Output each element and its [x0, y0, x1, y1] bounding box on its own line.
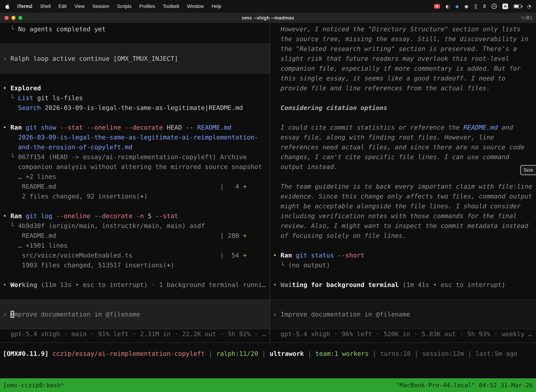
terminal-line: of focusing solely on file lines. — [270, 231, 536, 241]
terminal-line: • Ran git show --stat --oneline --decora… — [0, 123, 270, 132]
apps-grid-icon[interactable]: ⣿ — [474, 4, 478, 9]
waiting-status-line: • Waiting for background terminal (1m 41… — [270, 280, 536, 290]
terminal-line — [270, 241, 536, 250]
model-status-line: gpt-5.4 xhigh · main · 91% left · 2.31M … — [0, 329, 270, 339]
terminal-line — [0, 270, 270, 280]
terminal-line: src/voice/voiceModeEnabled.ts | 54 + — [0, 250, 270, 260]
apple-icon[interactable] — [5, 4, 10, 9]
terminal-line — [270, 290, 536, 300]
terminal-line: • Ran git status --short — [270, 250, 536, 260]
terminal-line: essay file, along with finding root file… — [270, 132, 536, 142]
terminal-line: 2 files changed, 92 insertions(+) — [0, 191, 270, 201]
terminal-line: • Ran git log --oneline --decorate -n 5 … — [0, 211, 270, 221]
terminal-window: └ No agents completed yet› Ralph loop ac… — [0, 23, 536, 392]
menu-item-view[interactable]: View — [74, 4, 85, 9]
shield-icon[interactable]: ◆ — [455, 4, 459, 9]
terminal-line — [270, 93, 536, 103]
terminal-line: └ List git ls-files — [0, 93, 270, 103]
model-status-line: gpt-5.4 xhigh · 96% left · 520K in · 5.8… — [270, 329, 536, 339]
terminal-line: └ No agents completed yet — [0, 24, 270, 34]
terminal-line — [0, 64, 270, 73]
right-agent-pane[interactable]: However, I noticed the "Directory Struct… — [270, 23, 536, 342]
terminal-line: provide file and line references from th… — [270, 83, 536, 93]
terminal-line: However, I noticed the "Directory Struct… — [270, 24, 536, 34]
menu-extra-icon[interactable]: ◔ — [527, 4, 531, 9]
prompt-input[interactable] — [270, 300, 536, 309]
terminal-line: changes, I can't cite specific file line… — [270, 152, 536, 162]
menu-items: iTerm2ShellEditViewSessionScriptsProfile… — [5, 4, 221, 9]
terminal-line: review. Also, I might want to inspect th… — [270, 221, 536, 231]
tmux-status-bar: [omx-cczip0:bash* "MacBook-Pro-44.local"… — [0, 378, 536, 392]
macos-menu-bar: iTerm2ShellEditViewSessionScriptsProfile… — [0, 0, 536, 13]
terminal-line: The team guideline is to back every impo… — [270, 182, 536, 191]
terminal-line — [0, 44, 270, 54]
terminal-line: and-the-erosion-of-copyleft.md — [0, 142, 270, 152]
terminal-line — [0, 290, 270, 300]
input-source-icon[interactable]: A — [502, 4, 508, 9]
terminal-line: └ (no output) — [270, 260, 536, 270]
menu-item-scripts[interactable]: Scripts — [117, 4, 132, 9]
prompt-input[interactable]: › Improve documentation in @filename — [0, 309, 270, 319]
terminal-line: this single essay, it seems like a good … — [270, 73, 536, 83]
menu-item-window[interactable]: Window — [187, 4, 204, 9]
terminal-line: evidence. Since this change only affects… — [270, 191, 536, 201]
terminal-line: companion file, especially if more comme… — [270, 64, 536, 73]
terminal-line: README.md | 4 + — [0, 182, 270, 191]
terminal-line: └ 4b9d30f (origin/main, instructkr/main,… — [0, 221, 270, 231]
terminal-line: the source tree, missing the essay. Stil… — [270, 34, 536, 44]
menu-status-icons: ◐◆◉⣿8.61A◔ — [434, 4, 531, 9]
terminal-line: Search 2026-03-09-is-legal-the-same-as-l… — [0, 103, 270, 113]
terminal-line: including verification notes with those … — [270, 211, 536, 221]
menu-item-toolbelt[interactable]: Toolbelt — [163, 4, 179, 9]
prompt-input[interactable]: › Improve documentation in @filename — [270, 309, 536, 319]
terminal-line: 1903 files changed, 513517 insertions(+) — [0, 260, 270, 270]
left-agent-pane[interactable]: └ No agents completed yet› Ralph loop ac… — [0, 23, 270, 342]
terminal-line: … +1901 lines — [0, 241, 270, 250]
window-hotkey-badge: ⌥⌘1 — [521, 15, 536, 20]
terminal-panes: └ No agents completed yet› Ralph loop ac… — [0, 23, 536, 343]
terminal-line — [270, 113, 536, 123]
k-circle-icon[interactable]: ◉ — [464, 4, 469, 9]
tmux-session-name: [omx-cczip0:bash* — [3, 382, 64, 389]
window-title: omx --xhigh --madmax — [0, 15, 536, 21]
screen-recording-indicator[interactable] — [434, 4, 440, 9]
menu-item-iterm2[interactable]: iTerm2 — [17, 4, 33, 9]
terminal-line: I could cite commit statistics or refere… — [270, 123, 536, 132]
terminal-line: might be acceptable alongside the file l… — [270, 201, 536, 211]
terminal-line: README.md | 280 + — [0, 231, 270, 241]
terminal-line: companion analysis without altering the … — [0, 162, 270, 172]
terminal-line: └ 067f154 (HEAD -> essay/ai-reimplementa… — [0, 152, 270, 162]
terminal-line — [270, 270, 536, 280]
menu-item-help[interactable]: Help — [211, 4, 221, 9]
menu-item-edit[interactable]: Edit — [58, 4, 67, 9]
menu-item-shell[interactable]: Shell — [40, 4, 51, 9]
tmux-host-clock: "MacBook-Pro-44.local" 04:52 31-Mar-26 — [396, 382, 533, 389]
terminal-line — [0, 113, 270, 123]
gauge-icon[interactable]: .61 — [492, 4, 497, 9]
screen-edge-overlay[interactable]: Scre — [520, 165, 536, 175]
terminal-line — [0, 201, 270, 211]
terminal-line: output instead. — [270, 162, 536, 172]
omx-status-bar: [OMX#0.11.9] cczip/essay/ai-reimplementa… — [0, 349, 536, 359]
terminal-line — [0, 34, 270, 44]
terminal-line: 2026-03-09-is-legal-the-same-as-legitima… — [0, 132, 270, 142]
menu-item-profiles[interactable]: Profiles — [139, 4, 155, 9]
prompt-input[interactable] — [0, 319, 270, 329]
working-status-line: • Working (11m 13s • esc to interrupt) ·… — [0, 280, 270, 290]
terminal-line: slight risk that future readers may over… — [270, 54, 536, 64]
terminal-line: references need actual files, and since … — [270, 142, 536, 152]
terminal-line — [0, 73, 270, 83]
prompt-input[interactable] — [270, 319, 536, 329]
terminal-line — [270, 172, 536, 182]
menu-item-session[interactable]: Session — [92, 4, 109, 9]
battery-icon[interactable] — [514, 5, 522, 8]
window-title-bar: omx --xhigh --madmax ⌥⌘1 — [0, 13, 536, 23]
browser-icon[interactable]: ◐ — [446, 4, 450, 9]
thinking-heading: Considering citation options — [270, 103, 536, 113]
terminal-line: … +2 lines — [0, 172, 270, 182]
ralph-loop-banner: › Ralph loop active continue [OMX_TMUX_I… — [0, 54, 270, 64]
terminal-line: • Explored — [0, 83, 270, 93]
prompt-input[interactable] — [0, 300, 270, 309]
terminal-line: the "Related research writing" section i… — [270, 44, 536, 54]
keypad-icon[interactable]: 8 — [483, 4, 486, 9]
